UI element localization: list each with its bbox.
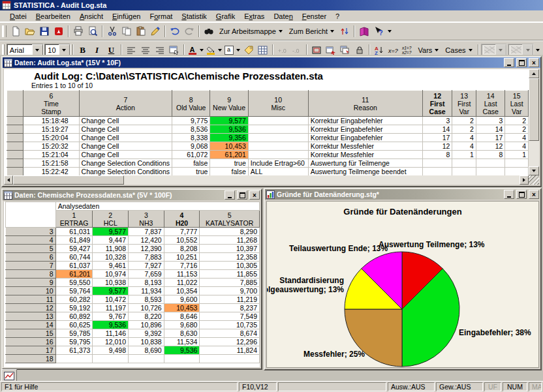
audit-cell-lv[interactable]: 4 xyxy=(505,142,529,151)
audit-cell-new[interactable]: 9,536 xyxy=(210,125,248,134)
scroll-left-icon[interactable] xyxy=(4,175,13,185)
data-cell[interactable]: 11,855 xyxy=(200,270,260,279)
data-cell[interactable]: 12,420 xyxy=(129,236,164,245)
audit-cell-fc[interactable]: 14 xyxy=(422,125,452,134)
redo-icon[interactable] xyxy=(182,25,196,38)
pie-slice-2[interactable] xyxy=(345,309,402,367)
data-cell[interactable]: 61,201 xyxy=(55,270,93,279)
to-workbook-button[interactable]: Zur Arbeitsmappe xyxy=(216,25,286,38)
scrollbar-thumb[interactable] xyxy=(529,78,539,141)
data-col-ertrag[interactable]: 1ERTRAG xyxy=(55,211,93,228)
close-icon[interactable]: × xyxy=(529,58,539,67)
audit-cell-new[interactable]: true xyxy=(210,159,248,168)
data-col-nh3[interactable]: 3NH3 xyxy=(129,211,164,228)
data-col-hcl[interactable]: 2HCL xyxy=(93,211,129,228)
data-row-header[interactable]: 7 xyxy=(6,262,56,270)
menu-item-datei[interactable]: Datei xyxy=(5,12,31,21)
audit-cell-action[interactable]: Change Cell xyxy=(79,117,172,125)
data-cell[interactable]: 11,146 xyxy=(93,329,129,338)
close-icon[interactable]: × xyxy=(249,190,260,200)
graph-window-titlebar[interactable]: Gründe für Datenänderung.stg* × xyxy=(265,189,540,200)
audit-cell-reason[interactable]: Korrektur Eingabefehler xyxy=(308,117,422,125)
data-cell[interactable]: 59,192 xyxy=(55,304,93,312)
audit-cell-action[interactable]: Change Cell xyxy=(79,125,172,134)
to-report-button[interactable]: Zum Bericht xyxy=(286,25,337,38)
data-cell[interactable]: 11,268 xyxy=(200,236,260,245)
data-cell[interactable]: 11,022 xyxy=(164,279,200,287)
audit-col-old-value[interactable]: 8Old Value xyxy=(172,91,210,117)
audit-col-first-case[interactable]: 12First Case xyxy=(422,91,452,117)
export-pdf-icon[interactable] xyxy=(52,25,66,38)
format-painter-icon[interactable] xyxy=(148,25,163,38)
audit-vertical-scrollbar[interactable] xyxy=(529,69,539,175)
data-cell[interactable]: 7,885 xyxy=(200,279,260,287)
audit-cell-lc[interactable]: 14 xyxy=(476,125,504,134)
data-cell[interactable]: 9,600 xyxy=(164,295,200,304)
data-cell[interactable]: 9,680 xyxy=(164,321,200,329)
data-row-header[interactable]: 17 xyxy=(6,346,56,355)
audit-cell-time[interactable]: 15:19:27 xyxy=(23,125,79,134)
audit-col-new-value[interactable]: 9New Value xyxy=(210,91,248,117)
data-row-header[interactable]: 5 xyxy=(6,245,56,253)
audit-cell-reason[interactable]: Korrektur Eingabefehler xyxy=(308,125,422,134)
data-cell[interactable]: 10,472 xyxy=(93,295,129,304)
audit-cell-time[interactable]: 15:22:42 xyxy=(23,168,79,176)
toolbar-overflow-icon[interactable] xyxy=(386,25,394,38)
audit-cell-new[interactable]: 9,356 xyxy=(210,134,248,142)
menu-item-einfgen[interactable]: Einfügen xyxy=(108,12,145,21)
audit-cell-lv[interactable]: 2 xyxy=(505,125,529,134)
data-cell[interactable]: 59,764 xyxy=(55,287,93,295)
data-cell[interactable]: 10,552 xyxy=(164,236,200,245)
audit-cell-lc[interactable] xyxy=(476,168,504,176)
audit-cell-fv[interactable]: 2 xyxy=(452,125,476,134)
audit-row-header[interactable] xyxy=(7,117,23,125)
audit-cell-time[interactable]: 15:21:58 xyxy=(23,159,79,168)
data-cell[interactable]: 11,824 xyxy=(200,346,260,355)
data-cell[interactable]: 7,927 xyxy=(129,262,164,270)
audit-cell-old[interactable]: 9,068 xyxy=(172,142,210,151)
data-cell[interactable]: 9,700 xyxy=(200,287,260,295)
new-document-icon[interactable] xyxy=(8,25,23,38)
audit-cell-old[interactable]: 8,536 xyxy=(172,125,210,134)
data-row-header[interactable]: 8 xyxy=(6,270,56,279)
data-cell[interactable]: 10,397 xyxy=(200,245,260,253)
data-cell[interactable]: 10,305 xyxy=(200,262,260,270)
data-cell[interactable]: 11,934 xyxy=(129,287,164,295)
audit-cell-action[interactable]: Change Selection Conditions xyxy=(79,168,172,176)
audit-cell-misc[interactable] xyxy=(248,117,308,125)
data-col-katalysator[interactable]: 5KATALYSATOR xyxy=(200,211,260,228)
data-cell[interactable]: 60,282 xyxy=(55,295,93,304)
maximize-icon[interactable] xyxy=(516,190,527,199)
data-cell[interactable]: 12,390 xyxy=(129,245,164,253)
data-cell[interactable]: 11,908 xyxy=(93,245,129,253)
data-cell[interactable]: 9,461 xyxy=(93,262,129,270)
audit-cell-lv[interactable]: 4 xyxy=(505,134,529,142)
minimize-icon[interactable] xyxy=(225,190,235,200)
data-cell[interactable]: 7,777 xyxy=(164,228,200,236)
data-cell[interactable]: 8,646 xyxy=(164,312,200,321)
audit-cell-time[interactable]: 15:18:48 xyxy=(23,117,79,125)
data-cell[interactable]: 10,974 xyxy=(93,270,129,279)
glossary-book-icon[interactable] xyxy=(357,25,371,38)
audit-cell-reason[interactable]: Korrektur Eingabefehler xyxy=(308,134,422,142)
menu-item-statistik[interactable]: Statistik xyxy=(177,12,211,21)
data-cell[interactable]: 10,328 xyxy=(93,253,129,262)
maximize-icon[interactable] xyxy=(237,190,247,200)
audit-cell-misc[interactable] xyxy=(248,134,308,142)
data-row-header[interactable]: 12 xyxy=(6,304,56,312)
minimized-graph-icon[interactable] xyxy=(1,369,17,382)
audit-cell-new[interactable]: 61,201 xyxy=(210,151,248,159)
close-icon[interactable]: × xyxy=(529,190,539,199)
data-row-header[interactable]: 3 xyxy=(6,228,56,236)
data-cell[interactable]: 61,849 xyxy=(55,236,93,245)
data-cell[interactable]: 9,536 xyxy=(164,346,200,355)
audit-cell-action[interactable]: Change Selection Conditions xyxy=(79,159,172,168)
data-cell[interactable]: 12,010 xyxy=(93,338,129,346)
audit-cell-old[interactable]: false xyxy=(172,159,210,168)
audit-cell-fc[interactable]: 8 xyxy=(422,151,452,159)
audit-cell-fv[interactable]: 4 xyxy=(452,142,476,151)
data-cell[interactable]: 8,290 xyxy=(200,228,260,236)
minimize-icon[interactable] xyxy=(504,190,514,199)
menu-item-extras[interactable]: Extras xyxy=(240,12,269,21)
audit-cell-fc[interactable]: 17 xyxy=(422,134,452,142)
